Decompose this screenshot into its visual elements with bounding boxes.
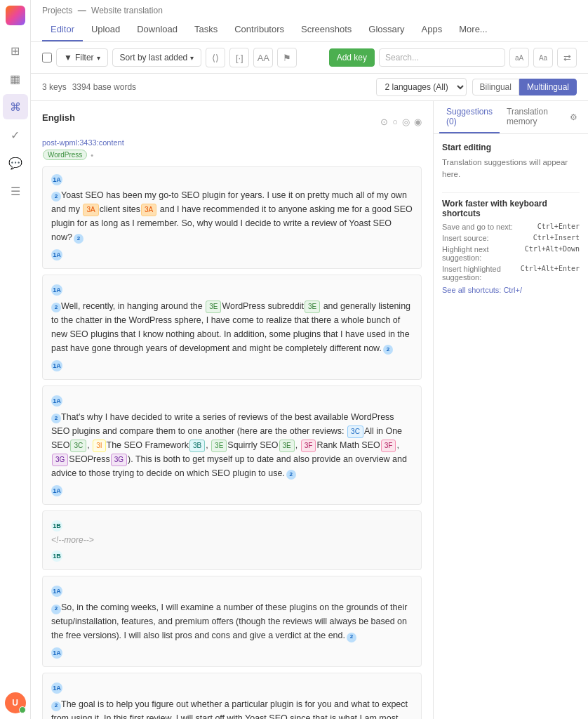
toolbar-right: Add key aA Aa ⇄ [329,48,577,67]
text-block-2[interactable]: 1A 2Well, recently, in hanging around th… [42,275,422,380]
font-size-icon[interactable]: aA [509,48,529,67]
stats-bar: 3 keys 3394 base words 2 languages (All)… [31,74,588,101]
wordpress-tag[interactable]: WordPress [43,150,87,160]
breadcrumb: Projects — Website translation [42,0,577,15]
tab-apps[interactable]: Apps [413,18,451,41]
key-dot: • [91,151,93,159]
shortcut-label-1: Save and go to next: [442,223,513,231]
tab-translation-memory[interactable]: Translation memory [500,101,555,133]
shortcut-row-1: Save and go to next: Ctrl+Enter [442,223,580,231]
text-block-more[interactable]: 1B <!--more--> 1B [42,510,422,570]
sidebar-icon-chart[interactable]: ▦ [3,66,28,91]
bookmark-button[interactable]: ⚑ [277,48,297,67]
action-icon-2[interactable]: ○ [392,117,398,127]
case-toggle-icon[interactable]: Aa [533,48,553,67]
breadcrumb-current[interactable]: Website translation [91,6,163,15]
text-block-5[interactable]: 1A 2So, in the coming weeks, I will exam… [42,576,422,667]
panel-content: Start editing Translation suggestions wi… [434,134,588,314]
stats-right: 2 languages (All) Bilingual Multilingual [376,78,577,96]
sidebar-icon-translate[interactable]: ⌘ [3,94,28,119]
filter-label: Filter [75,53,94,62]
start-editing-section: Start editing Translation suggestions wi… [442,143,580,181]
text-block-1[interactable]: 1A 2Yoast SEO has been my go-to SEO plug… [42,166,422,269]
tab-editor[interactable]: Editor [42,18,83,41]
badge-2-end: 1A [51,360,62,371]
badge-more-start: 1B [51,520,62,532]
language-select[interactable]: 2 languages (All) [376,78,467,96]
see-all-shortcuts-link[interactable]: See all shortcuts: Ctrl+/ [442,286,580,294]
paragraph-2-text: 2Well, recently, in hanging around the 3… [51,299,413,355]
top-nav: Projects — Website translation Editor Up… [31,0,588,42]
multilingual-view-button[interactable]: Multilingual [519,79,577,95]
shortcut-label-3: Highlight next suggestion: [442,245,525,262]
sidebar-icon-grid[interactable]: ⊞ [3,38,28,63]
action-icon-3[interactable]: ◎ [402,117,410,127]
right-panel-tabs: Suggestions (0) Translation memory [434,101,561,133]
tab-upload[interactable]: Upload [83,18,128,41]
badge-3-start: 1A [51,395,62,407]
paragraph-6-text: 2The goal is to help you figure out whet… [51,697,413,719]
editor-action-icons: ⊙ ○ ◎ ◉ [380,117,422,127]
text-block-6[interactable]: 1A 2The goal is to help you figure out w… [42,673,422,719]
right-panel-icons: ⚙ ⤢ [561,110,588,125]
add-key-button[interactable]: Add key [329,48,375,67]
more-tag-text: <!--more--> [51,534,413,547]
action-icon-1[interactable]: ⊙ [380,117,388,127]
shortcut-key-2: Ctrl+Insert [533,234,580,242]
badge-2-start: 1A [51,284,62,296]
shortcut-key-3: Ctrl+Alt+Down [525,245,580,262]
sort-button[interactable]: Sort by last added ▾ [112,48,202,67]
case-button[interactable]: AA [253,48,273,67]
sort-chevron: ▾ [190,54,194,62]
view-toggle: Bilingual Multilingual [472,79,577,95]
right-panel-header: Suggestions (0) Translation memory ⚙ ⤢ [434,101,588,134]
filter-chevron: ▾ [97,54,100,62]
breadcrumb-projects[interactable]: Projects [42,6,72,15]
paragraph-5-text: 2So, in the coming weeks, I will examine… [51,600,413,642]
sort-label: Sort by last added [120,53,188,62]
tab-contributors[interactable]: Contributors [226,18,293,41]
sidebar-icon-check[interactable]: ✓ [3,122,28,147]
avatar[interactable]: U [5,692,26,713]
main-content: Projects — Website translation Editor Up… [31,0,588,719]
tab-suggestions[interactable]: Suggestions (0) [439,101,500,133]
paragraph-1-text: 2Yoast SEO has been my go-to SEO plugin … [51,188,413,244]
bilingual-view-button[interactable]: Bilingual [472,79,519,95]
filter-icon: ▼ [64,53,72,62]
tab-tasks[interactable]: Tasks [186,18,226,41]
settings-icon[interactable]: ⚙ [566,110,582,125]
content-area: English ⊙ ○ ◎ ◉ post-wpml:3433:content W… [31,101,588,719]
select-all-checkbox[interactable] [42,53,52,62]
action-icon-4[interactable]: ◉ [414,117,422,127]
editor-language-label: English [42,112,75,123]
shortcut-row-3: Highlight next suggestion: Ctrl+Alt+Down [442,245,580,262]
badge-5-start: 1A [51,586,62,597]
shortcuts-section: Work faster with keyboard shortcuts Save… [442,199,580,294]
shortcut-row-4: Insert highlighted suggestion: Ctrl+Alt+… [442,265,580,282]
sidebar-icon-list[interactable]: ☰ [3,178,28,204]
expand-icon[interactable]: ⤢ [584,110,588,125]
app-logo[interactable] [6,6,25,25]
code-view-button[interactable]: ⟨⟩ [206,48,225,67]
text-block-3[interactable]: 1A 2That's why I have decided to write a… [42,385,422,505]
tab-download[interactable]: Download [128,18,186,41]
tab-screenshots[interactable]: Screenshots [293,18,360,41]
badge-3-end: 1A [51,485,62,496]
toolbar-left: ▼ Filter ▾ Sort by last added ▾ ⟨⟩ [·] A… [42,48,323,67]
paragraph-3-text: 2That's why I have decided to write a se… [51,410,413,480]
start-editing-text: Translation suggestions will appear here… [442,157,580,181]
tab-more[interactable]: More... [450,18,495,41]
sidebar-icon-chat[interactable]: 💬 [3,150,28,176]
filter-button[interactable]: ▼ Filter ▾ [56,48,108,67]
divider-1 [442,192,580,193]
sidebar: ⊞ ▦ ⌘ ✓ 💬 ☰ U [0,0,31,719]
shortcut-row-2: Insert source: Ctrl+Insert [442,234,580,242]
shortcut-label-4: Insert highlighted suggestion: [442,265,521,282]
shortcut-label-2: Insert source: [442,234,489,242]
right-panel: Suggestions (0) Translation memory ⚙ ⤢ S… [434,101,588,719]
direction-icon[interactable]: ⇄ [557,48,577,67]
keys-count: 3 keys [42,82,67,92]
tab-glossary[interactable]: Glossary [360,18,413,41]
placeholder-button[interactable]: [·] [229,48,249,67]
search-input[interactable] [379,48,505,67]
